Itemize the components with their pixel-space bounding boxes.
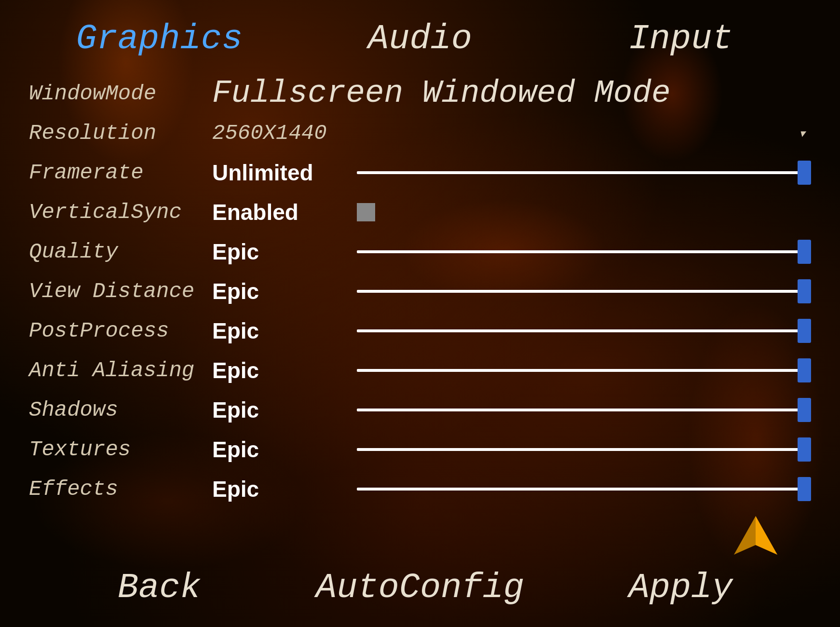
slider-thumb-antialiasing[interactable]: [798, 358, 811, 382]
resolution-text: 2560X1440: [212, 121, 327, 145]
checkbox-area-verticalsync: [357, 203, 811, 222]
label-viewdistance: View Distance: [29, 279, 212, 303]
settings-container: Graphics Audio Input WindowMode Fullscre…: [0, 0, 840, 627]
slider-track-shadows: [357, 409, 811, 411]
row-shadows: Shadows Epic: [29, 390, 811, 430]
slider-effects[interactable]: [357, 479, 811, 499]
apply-button[interactable]: Apply: [550, 568, 811, 608]
slider-framerate[interactable]: [357, 163, 811, 182]
value-postprocess: Epic: [212, 318, 357, 344]
autoconfig-button[interactable]: AutoConfig: [290, 568, 551, 608]
row-textures: Textures Epic: [29, 430, 811, 469]
label-framerate: Framerate: [29, 161, 212, 185]
value-resolution[interactable]: 2560X1440 ▾: [212, 121, 811, 145]
slider-thumb-effects[interactable]: [798, 477, 811, 501]
slider-track-textures: [357, 448, 811, 451]
settings-area: WindowMode Fullscreen Windowed Mode Reso…: [29, 68, 811, 559]
value-shadows: Epic: [212, 397, 357, 423]
slider-thumb-textures[interactable]: [798, 437, 811, 462]
slider-track-antialiasing: [357, 369, 811, 372]
label-antialiasing: Anti Aliasing: [29, 358, 212, 382]
slider-antialiasing[interactable]: [357, 361, 811, 380]
slider-thumb-quality[interactable]: [798, 240, 811, 264]
label-verticalsync: VerticalSync: [29, 200, 212, 224]
slider-track-postprocess: [357, 329, 811, 332]
slider-viewdistance[interactable]: [357, 282, 811, 301]
label-postprocess: PostProcess: [29, 319, 212, 343]
tab-input[interactable]: Input: [550, 14, 811, 64]
slider-shadows[interactable]: [357, 400, 811, 420]
tab-audio[interactable]: Audio: [290, 14, 551, 64]
row-framerate: Framerate Unlimited: [29, 153, 811, 192]
row-viewdistance: View Distance Epic: [29, 272, 811, 311]
label-quality: Quality: [29, 240, 212, 264]
slider-track-effects: [357, 488, 811, 491]
value-verticalsync: Enabled: [212, 199, 357, 225]
row-effects: Effects Epic: [29, 469, 811, 509]
row-postprocess: PostProcess Epic: [29, 311, 811, 351]
value-viewdistance: Epic: [212, 278, 357, 304]
row-windowmode: WindowMode Fullscreen Windowed Mode: [29, 73, 811, 113]
value-framerate: Unlimited: [212, 160, 357, 186]
value-antialiasing: Epic: [212, 357, 357, 383]
label-resolution: Resolution: [29, 121, 212, 145]
bottom-bar: Back AutoConfig Apply: [29, 559, 811, 627]
value-textures: Epic: [212, 436, 357, 463]
row-verticalsync: VerticalSync Enabled: [29, 192, 811, 232]
slider-textures[interactable]: [357, 440, 811, 459]
dropdown-arrow-icon: ▾: [798, 124, 806, 142]
checkbox-verticalsync[interactable]: [357, 203, 375, 221]
value-effects: Epic: [212, 476, 357, 502]
slider-postprocess[interactable]: [357, 321, 811, 341]
value-windowmode[interactable]: Fullscreen Windowed Mode: [212, 75, 811, 111]
slider-thumb-framerate[interactable]: [798, 161, 811, 185]
slider-track-framerate: [357, 171, 811, 174]
slider-thumb-viewdistance[interactable]: [798, 279, 811, 303]
label-windowmode: WindowMode: [29, 82, 212, 106]
label-textures: Textures: [29, 437, 212, 462]
slider-quality[interactable]: [357, 242, 811, 261]
slider-thumb-postprocess[interactable]: [798, 319, 811, 343]
slider-track-quality: [357, 250, 811, 253]
tab-graphics[interactable]: Graphics: [29, 14, 290, 64]
slider-thumb-shadows[interactable]: [798, 398, 811, 422]
row-resolution: Resolution 2560X1440 ▾: [29, 113, 811, 153]
row-antialiasing: Anti Aliasing Epic: [29, 351, 811, 390]
slider-track-viewdistance: [357, 290, 811, 293]
label-effects: Effects: [29, 477, 212, 501]
back-button[interactable]: Back: [29, 568, 290, 608]
row-quality: Quality Epic: [29, 232, 811, 272]
tabs-bar: Graphics Audio Input: [29, 0, 811, 68]
label-shadows: Shadows: [29, 398, 212, 422]
value-quality: Epic: [212, 239, 357, 265]
